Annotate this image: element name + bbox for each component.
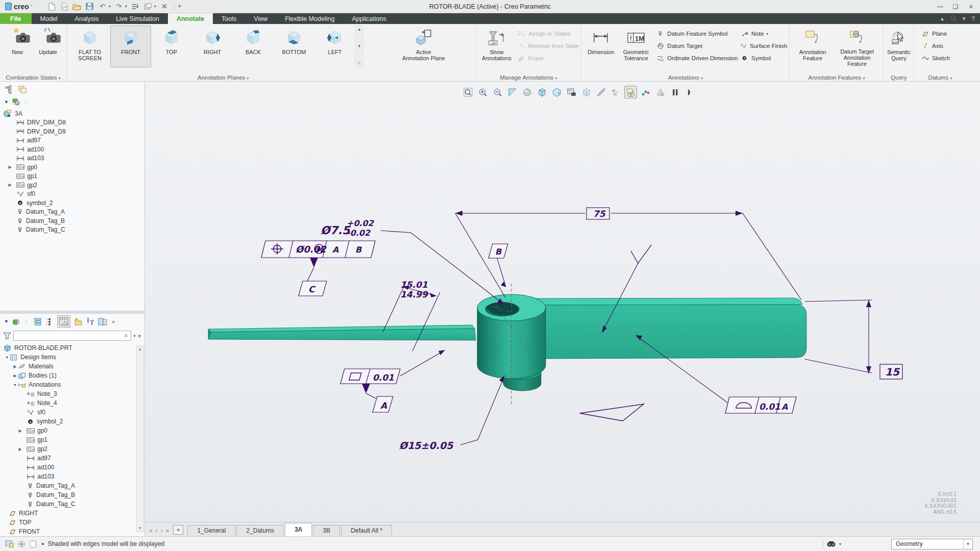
redo-icon[interactable]: ↷ (114, 2, 124, 11)
left-plane-button[interactable]: LEFT (314, 26, 355, 67)
tree-item-ad100[interactable]: ad100 (3, 463, 144, 472)
tree-item-note-3[interactable]: Note_3 (3, 389, 144, 398)
tree-item-gp1[interactable]: gp1 (3, 435, 144, 444)
remove-from-state-button[interactable]: −Remove from State (517, 41, 579, 51)
new-combination-state-button[interactable]: New (4, 26, 31, 67)
tab-tools[interactable]: Tools (213, 13, 245, 24)
add-filter-icon[interactable]: + (137, 332, 141, 340)
group-label-datums[interactable]: Datums ▾ (915, 74, 966, 81)
expand-icon[interactable]: ▶ (12, 373, 18, 378)
tree-item-gp2[interactable]: ▶gp2 (3, 181, 144, 190)
tree-item-ad97[interactable]: ad97 (3, 136, 144, 145)
tree-item-datum-tag-c[interactable]: Datum_Tag_C (3, 499, 144, 509)
datum-tag-b[interactable]: B (488, 244, 508, 287)
tree-item-gp2[interactable]: ▶gp2 (3, 444, 144, 454)
tree-item-datum-tag-b[interactable]: Datum_Tag_B (3, 490, 144, 499)
model-tree-scrollbar[interactable]: ▲▼ (136, 345, 144, 532)
selection-filter-combo[interactable]: Geometry ▼ (891, 539, 973, 549)
tree-item-annotations[interactable]: ▾Annotations (3, 380, 144, 389)
datum-feature-symbol-button[interactable]: Datum Feature Symbol (656, 29, 740, 39)
tree-item-datum-tag-b[interactable]: Datum_Tag_B (3, 216, 144, 226)
symbol-2-annotation[interactable] (580, 404, 644, 421)
tree-root-part[interactable]: ROTOR-BLADE.PRT (3, 343, 144, 353)
flat-to-screen-button[interactable]: FLAT TO SCREEN (69, 26, 110, 67)
close-button[interactable]: × (964, 2, 978, 12)
list-view-icon[interactable] (33, 318, 42, 325)
datum-tag-c[interactable]: C (299, 281, 327, 296)
tree-item-ad97[interactable]: ad97 (3, 454, 144, 463)
group-label-manage-annotations[interactable]: Manage Annotations ▾ (476, 74, 581, 81)
tree-item-sf0[interactable]: sf0 (3, 190, 144, 199)
group-label-annotations[interactable]: Annotations ▾ (582, 74, 789, 81)
tree-item-drv-dim-d8[interactable]: d1DRV_DIM_D8 (3, 118, 144, 128)
expand-icon[interactable]: ▶ (17, 429, 23, 433)
redo-dropdown-icon[interactable]: ▾ (125, 4, 127, 9)
annotation-state-icon[interactable]: A (12, 98, 20, 106)
group-label-annotation-features[interactable]: Annotation Features ▾ (790, 74, 883, 81)
annotation-planes-scroll[interactable]: ▲ ▼ ⍗ (355, 26, 363, 67)
close-window-icon[interactable]: ✕ (160, 2, 169, 11)
group-label-annotation-planes[interactable]: Annotation Planes ▾ (67, 74, 475, 81)
tree-collapse-icon[interactable]: ▼ (4, 319, 9, 324)
front-plane-button[interactable]: FRONT (110, 26, 151, 67)
tab-live-simulation[interactable]: Live Simulation (107, 13, 168, 24)
add-state-tab-button[interactable]: + (173, 525, 183, 535)
open-settings-file-icon[interactable] (74, 318, 83, 325)
tree-item-datum-tag-a[interactable]: Datum_Tag_A (3, 208, 144, 217)
tab-applications[interactable]: Applications (343, 13, 395, 24)
model-tree-settings-icon[interactable] (12, 318, 20, 325)
tree-item-symbol-2[interactable]: symbol_2 (3, 417, 144, 426)
tree-item-right-plane[interactable]: RIGHT (3, 509, 144, 518)
last-tab-icon[interactable]: » (165, 527, 170, 534)
note-button[interactable]: ANote ▾ (740, 29, 787, 39)
tree-nodes-icon[interactable] (45, 318, 54, 325)
gallery-expand-icon[interactable]: ⍗ (358, 61, 361, 66)
window-switch-icon[interactable] (143, 2, 153, 11)
tree-item-drv-dim-d9[interactable]: d1DRV_DIM_D9 (3, 127, 144, 136)
geometric-tolerance-button[interactable]: 1M Geometric Tolerance (618, 26, 654, 67)
symbol-button[interactable]: Symbol (740, 53, 787, 63)
dimension-boss-diameter[interactable]: Ø15±0.05 (399, 375, 505, 451)
bottom-plane-button[interactable]: BOTTOM (274, 26, 314, 67)
more-tools-icon[interactable]: » (112, 318, 115, 324)
tab-flexible-modeling[interactable]: Flexible Modeling (276, 13, 343, 24)
customize-qat-icon[interactable]: ▼ (178, 4, 182, 9)
group-label-combination-states[interactable]: Combination States ▾ (0, 74, 66, 81)
datum-plane-button[interactable]: Plane (921, 29, 950, 39)
minimize-button[interactable]: — (933, 2, 947, 12)
notification-status-icon[interactable] (18, 540, 26, 548)
dimension-15[interactable]: 15 (805, 300, 902, 379)
tree-item-design-items[interactable]: ▾Design Items (3, 353, 144, 362)
tab-annotate[interactable]: Annotate (168, 13, 213, 24)
update-combination-state-button[interactable]: Update (34, 26, 62, 67)
tree-item-materials[interactable]: ▶Materials (3, 362, 144, 371)
tree-item-sf0[interactable]: sf0 (3, 408, 144, 417)
expand-icon[interactable]: ▶ (17, 447, 23, 452)
save-icon[interactable] (85, 2, 94, 11)
gtol-position-frame[interactable]: Ø0.02 M A B (261, 241, 375, 281)
maximize-button[interactable]: ❑ (948, 2, 963, 12)
tree-item-ad103[interactable]: ad103 (3, 472, 144, 481)
gtol-flatness-frame[interactable]: 0.01 (340, 350, 445, 399)
clipboard-status-icon[interactable] (30, 540, 36, 548)
show-annotations-button[interactable]: .1M Show Annotations (478, 26, 515, 67)
tree-item-datum-tag-c[interactable]: Datum_Tag_C (3, 226, 144, 235)
expand-icon[interactable]: ▶ (12, 364, 18, 369)
tree-view-icon[interactable] (4, 85, 13, 94)
annotation-feature-button[interactable]: Annotation Feature (792, 26, 833, 67)
tree-item-ad100[interactable]: ad100 (3, 145, 144, 154)
tree-item-ad103[interactable]: ad103 (3, 154, 144, 163)
tree-root-3A[interactable]: 3A (3, 109, 144, 118)
tree-item-gp1[interactable]: gp1 (3, 172, 144, 181)
datum-tag-a[interactable]: A (373, 396, 393, 412)
undo-dropdown-icon[interactable]: ▾ (109, 4, 111, 9)
dimension-button[interactable]: Dimension (584, 26, 618, 67)
ordinate-driven-dimension-button[interactable]: 012Ordinate Driven Dimension (656, 53, 740, 63)
right-plane-button[interactable]: RIGHT (192, 26, 233, 67)
search-model-icon[interactable] (826, 540, 836, 547)
help-icon[interactable]: ? (971, 15, 975, 22)
tree-columns-icon[interactable] (98, 318, 107, 325)
state-tab-default-all[interactable]: Default All * (341, 525, 392, 536)
assign-to-states-button[interactable]: +Assign to States (517, 29, 579, 39)
scroll-up-icon[interactable]: ▲ (138, 347, 142, 352)
